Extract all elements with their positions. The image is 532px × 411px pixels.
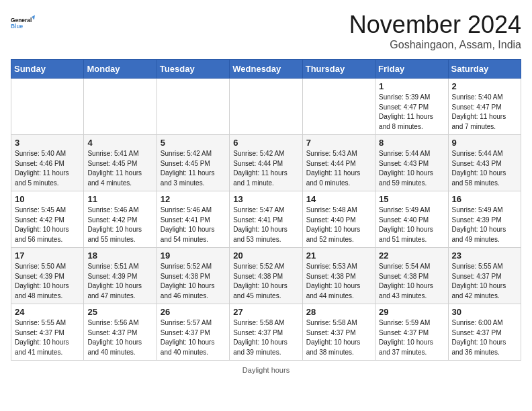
day-number: 11 bbox=[87, 194, 152, 204]
calendar-cell bbox=[11, 79, 84, 135]
day-info: Sunrise: 5:59 AM Sunset: 4:37 PM Dayligh… bbox=[379, 318, 444, 357]
day-info: Sunrise: 5:43 AM Sunset: 4:44 PM Dayligh… bbox=[306, 149, 371, 188]
svg-text:General: General bbox=[11, 17, 32, 24]
day-info: Sunrise: 5:51 AM Sunset: 4:39 PM Dayligh… bbox=[87, 262, 152, 301]
calendar-week-5: 24Sunrise: 5:55 AM Sunset: 4:37 PM Dayli… bbox=[11, 304, 521, 361]
calendar-cell: 6Sunrise: 5:42 AM Sunset: 4:44 PM Daylig… bbox=[230, 135, 302, 191]
calendar-cell bbox=[84, 79, 157, 135]
day-info: Sunrise: 5:44 AM Sunset: 4:43 PM Dayligh… bbox=[379, 149, 444, 188]
calendar-cell: 25Sunrise: 5:56 AM Sunset: 4:37 PM Dayli… bbox=[84, 304, 157, 361]
day-number: 18 bbox=[87, 250, 152, 261]
day-info: Sunrise: 5:42 AM Sunset: 4:45 PM Dayligh… bbox=[161, 149, 226, 188]
day-number: 19 bbox=[161, 250, 226, 261]
day-number: 24 bbox=[15, 307, 80, 317]
calendar-cell: 1Sunrise: 5:39 AM Sunset: 4:47 PM Daylig… bbox=[375, 79, 448, 135]
day-number: 6 bbox=[233, 138, 298, 148]
day-info: Sunrise: 5:40 AM Sunset: 4:46 PM Dayligh… bbox=[15, 149, 80, 188]
weekday-header-monday: Monday bbox=[84, 60, 157, 79]
logo: General Blue bbox=[11, 11, 35, 35]
calendar-cell: 17Sunrise: 5:50 AM Sunset: 4:39 PM Dayli… bbox=[11, 248, 84, 304]
calendar-cell bbox=[230, 79, 302, 135]
day-number: 12 bbox=[161, 194, 226, 204]
day-info: Sunrise: 5:46 AM Sunset: 4:42 PM Dayligh… bbox=[87, 205, 152, 244]
day-number: 3 bbox=[15, 138, 80, 148]
calendar-cell: 9Sunrise: 5:44 AM Sunset: 4:43 PM Daylig… bbox=[448, 135, 521, 191]
day-number: 2 bbox=[452, 81, 517, 91]
weekday-header-tuesday: Tuesday bbox=[157, 60, 229, 79]
calendar-cell bbox=[302, 79, 375, 135]
calendar-cell: 22Sunrise: 5:54 AM Sunset: 4:38 PM Dayli… bbox=[375, 248, 448, 304]
calendar-week-1: 1Sunrise: 5:39 AM Sunset: 4:47 PM Daylig… bbox=[11, 79, 521, 135]
day-info: Sunrise: 5:58 AM Sunset: 4:37 PM Dayligh… bbox=[306, 318, 371, 357]
weekday-header-thursday: Thursday bbox=[302, 60, 375, 79]
day-number: 21 bbox=[306, 250, 371, 261]
day-number: 22 bbox=[379, 250, 444, 261]
calendar-cell: 24Sunrise: 5:55 AM Sunset: 4:37 PM Dayli… bbox=[11, 304, 84, 361]
footer-note: Daylight hours bbox=[11, 366, 521, 374]
calendar-cell: 19Sunrise: 5:52 AM Sunset: 4:38 PM Dayli… bbox=[157, 248, 229, 304]
day-number: 10 bbox=[15, 194, 80, 204]
svg-marker-2 bbox=[32, 15, 35, 20]
day-info: Sunrise: 5:49 AM Sunset: 4:40 PM Dayligh… bbox=[379, 205, 444, 244]
day-number: 4 bbox=[87, 138, 152, 148]
logo-svg: General Blue bbox=[11, 11, 35, 35]
day-info: Sunrise: 5:42 AM Sunset: 4:44 PM Dayligh… bbox=[233, 149, 298, 188]
calendar-cell: 13Sunrise: 5:47 AM Sunset: 4:41 PM Dayli… bbox=[230, 191, 302, 248]
day-info: Sunrise: 5:55 AM Sunset: 4:37 PM Dayligh… bbox=[15, 318, 80, 357]
calendar-cell: 20Sunrise: 5:52 AM Sunset: 4:38 PM Dayli… bbox=[230, 248, 302, 304]
day-number: 26 bbox=[161, 307, 226, 317]
day-number: 25 bbox=[87, 307, 152, 317]
calendar-week-4: 17Sunrise: 5:50 AM Sunset: 4:39 PM Dayli… bbox=[11, 248, 521, 304]
day-number: 28 bbox=[306, 307, 371, 317]
calendar-cell: 4Sunrise: 5:41 AM Sunset: 4:45 PM Daylig… bbox=[84, 135, 157, 191]
calendar-week-3: 10Sunrise: 5:45 AM Sunset: 4:42 PM Dayli… bbox=[11, 191, 521, 248]
calendar-cell: 29Sunrise: 5:59 AM Sunset: 4:37 PM Dayli… bbox=[375, 304, 448, 361]
day-info: Sunrise: 5:48 AM Sunset: 4:40 PM Dayligh… bbox=[306, 205, 371, 244]
day-info: Sunrise: 5:57 AM Sunset: 4:37 PM Dayligh… bbox=[161, 318, 226, 357]
day-number: 15 bbox=[379, 194, 444, 204]
day-info: Sunrise: 5:40 AM Sunset: 4:47 PM Dayligh… bbox=[452, 93, 517, 132]
calendar-cell: 8Sunrise: 5:44 AM Sunset: 4:43 PM Daylig… bbox=[375, 135, 448, 191]
day-info: Sunrise: 5:47 AM Sunset: 4:41 PM Dayligh… bbox=[233, 205, 298, 244]
day-info: Sunrise: 5:53 AM Sunset: 4:38 PM Dayligh… bbox=[306, 262, 371, 301]
calendar-header-row: SundayMondayTuesdayWednesdayThursdayFrid… bbox=[11, 60, 521, 79]
calendar-cell: 18Sunrise: 5:51 AM Sunset: 4:39 PM Dayli… bbox=[84, 248, 157, 304]
weekday-header-wednesday: Wednesday bbox=[230, 60, 302, 79]
month-title: November 2024 bbox=[349, 11, 521, 39]
day-info: Sunrise: 5:52 AM Sunset: 4:38 PM Dayligh… bbox=[161, 262, 226, 301]
calendar-cell: 21Sunrise: 5:53 AM Sunset: 4:38 PM Dayli… bbox=[302, 248, 375, 304]
day-info: Sunrise: 5:49 AM Sunset: 4:39 PM Dayligh… bbox=[452, 205, 517, 244]
day-number: 23 bbox=[452, 250, 517, 261]
day-number: 9 bbox=[452, 138, 517, 148]
day-number: 29 bbox=[379, 307, 444, 317]
svg-text:Blue: Blue bbox=[11, 23, 24, 30]
day-info: Sunrise: 5:44 AM Sunset: 4:43 PM Dayligh… bbox=[452, 149, 517, 188]
day-info: Sunrise: 5:50 AM Sunset: 4:39 PM Dayligh… bbox=[15, 262, 80, 301]
calendar-cell: 10Sunrise: 5:45 AM Sunset: 4:42 PM Dayli… bbox=[11, 191, 84, 248]
calendar-cell: 16Sunrise: 5:49 AM Sunset: 4:39 PM Dayli… bbox=[448, 191, 521, 248]
calendar-cell bbox=[157, 79, 229, 135]
calendar-cell: 14Sunrise: 5:48 AM Sunset: 4:40 PM Dayli… bbox=[302, 191, 375, 248]
day-number: 8 bbox=[379, 138, 444, 148]
day-info: Sunrise: 5:52 AM Sunset: 4:38 PM Dayligh… bbox=[233, 262, 298, 301]
day-info: Sunrise: 5:46 AM Sunset: 4:41 PM Dayligh… bbox=[161, 205, 226, 244]
day-number: 16 bbox=[452, 194, 517, 204]
calendar-cell: 12Sunrise: 5:46 AM Sunset: 4:41 PM Dayli… bbox=[157, 191, 229, 248]
day-info: Sunrise: 5:56 AM Sunset: 4:37 PM Dayligh… bbox=[87, 318, 152, 357]
day-info: Sunrise: 5:39 AM Sunset: 4:47 PM Dayligh… bbox=[379, 93, 444, 132]
day-number: 5 bbox=[161, 138, 226, 148]
day-info: Sunrise: 5:55 AM Sunset: 4:37 PM Dayligh… bbox=[452, 262, 517, 301]
calendar-cell: 23Sunrise: 5:55 AM Sunset: 4:37 PM Dayli… bbox=[448, 248, 521, 304]
day-info: Sunrise: 5:58 AM Sunset: 4:37 PM Dayligh… bbox=[233, 318, 298, 357]
weekday-header-friday: Friday bbox=[375, 60, 448, 79]
page-header: General Blue November 2024 Goshaingaon, … bbox=[11, 11, 521, 51]
day-info: Sunrise: 5:54 AM Sunset: 4:38 PM Dayligh… bbox=[379, 262, 444, 301]
calendar-week-2: 3Sunrise: 5:40 AM Sunset: 4:46 PM Daylig… bbox=[11, 135, 521, 191]
day-info: Sunrise: 6:00 AM Sunset: 4:37 PM Dayligh… bbox=[452, 318, 517, 357]
day-number: 1 bbox=[379, 81, 444, 91]
title-block: November 2024 Goshaingaon, Assam, India bbox=[349, 11, 521, 51]
calendar-cell: 27Sunrise: 5:58 AM Sunset: 4:37 PM Dayli… bbox=[230, 304, 302, 361]
calendar-table: SundayMondayTuesdayWednesdayThursdayFrid… bbox=[11, 59, 521, 361]
day-number: 20 bbox=[233, 250, 298, 261]
calendar-cell: 15Sunrise: 5:49 AM Sunset: 4:40 PM Dayli… bbox=[375, 191, 448, 248]
